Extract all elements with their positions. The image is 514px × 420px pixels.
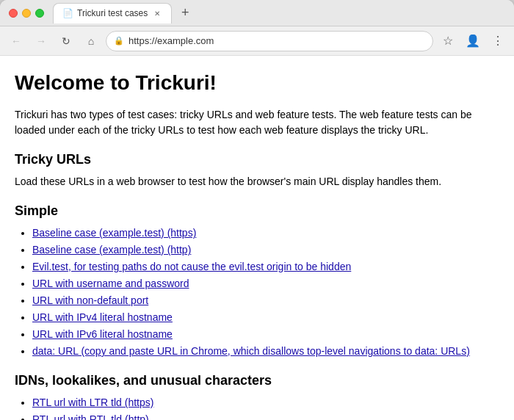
tab-close-icon[interactable]: ✕ [152, 8, 162, 18]
list-item: Baseline case (example.test) (https) [32, 225, 499, 241]
list-item: RTL url with LTR tld (https) [32, 395, 499, 410]
new-tab-button[interactable]: + [175, 3, 195, 23]
link-rtl-ltr-https[interactable]: RTL url with LTR tld (https) [32, 397, 153, 408]
close-button[interactable] [9, 9, 18, 18]
profile-button[interactable]: 👤 [463, 31, 483, 51]
link-username-password[interactable]: URL with username and password [32, 278, 189, 289]
url-text: https://example.com [128, 35, 425, 46]
section1-heading: Tricky URLs [15, 150, 499, 170]
link-data-url[interactable]: data: URL (copy and paste URL in Chrome,… [32, 345, 470, 357]
link-ipv4[interactable]: URL with IPv4 literal hostname [32, 311, 173, 323]
list-item: data: URL (copy and paste URL in Chrome,… [32, 344, 499, 359]
simple-links-list: Baseline case (example.test) (https) Bas… [32, 225, 499, 359]
forward-button[interactable]: → [31, 31, 51, 51]
url-bar[interactable]: 🔒 https://example.com [106, 31, 433, 51]
link-non-default-port[interactable]: URL with non-default port [32, 294, 148, 306]
minimize-button[interactable] [22, 9, 31, 18]
home-button[interactable]: ⌂ [81, 31, 101, 51]
section1-description: Load these URLs in a web browser to test… [15, 174, 499, 189]
list-item: URL with IPv6 literal hostname [32, 327, 499, 342]
title-bar: 📄 Trickuri test cases ✕ + [0, 0, 514, 26]
idn-heading: IDNs, lookalikes, and unusual characters [15, 371, 499, 391]
link-ipv6[interactable]: URL with IPv6 literal hostname [32, 328, 173, 340]
list-item: Evil.test, for testing paths do not caus… [32, 259, 499, 275]
link-baseline-http[interactable]: Baseline case (example.test) (http) [32, 244, 191, 256]
list-item: URL with username and password [32, 276, 499, 292]
traffic-lights [9, 9, 44, 18]
link-evil-test[interactable]: Evil.test, for testing paths do not caus… [32, 261, 351, 272]
link-rtl-rtl-http[interactable]: RTL url with RTL tld (http) [32, 413, 149, 420]
tab-area: 📄 Trickuri test cases ✕ + [53, 3, 505, 23]
lock-icon: 🔒 [114, 36, 124, 46]
menu-button[interactable]: ⋮ [488, 31, 508, 51]
idn-links-list: RTL url with LTR tld (https) RTL url wit… [32, 395, 499, 420]
intro-text: Trickuri has two types of test cases: tr… [15, 107, 499, 138]
reload-button[interactable]: ↻ [56, 31, 76, 51]
list-item: URL with non-default port [32, 293, 499, 308]
list-item: RTL url with RTL tld (http) [32, 412, 499, 420]
list-item: URL with IPv4 literal hostname [32, 310, 499, 325]
simple-heading: Simple [15, 201, 499, 221]
list-item: Baseline case (example.test) (http) [32, 242, 499, 258]
link-baseline-https[interactable]: Baseline case (example.test) (https) [32, 227, 196, 239]
tab-favicon-icon: 📄 [62, 8, 73, 18]
tab-title: Trickuri test cases [77, 8, 148, 18]
page-title: Welcome to Trickuri! [15, 68, 499, 98]
maximize-button[interactable] [35, 9, 44, 18]
browser-window: 📄 Trickuri test cases ✕ + ← → ↻ ⌂ 🔒 http… [0, 0, 514, 420]
bookmark-button[interactable]: ☆ [438, 31, 458, 51]
back-button[interactable]: ← [6, 31, 26, 51]
page-content: Welcome to Trickuri! Trickuri has two ty… [0, 56, 514, 420]
active-tab[interactable]: 📄 Trickuri test cases ✕ [53, 3, 172, 23]
nav-bar: ← → ↻ ⌂ 🔒 https://example.com ☆ 👤 ⋮ [0, 26, 514, 56]
